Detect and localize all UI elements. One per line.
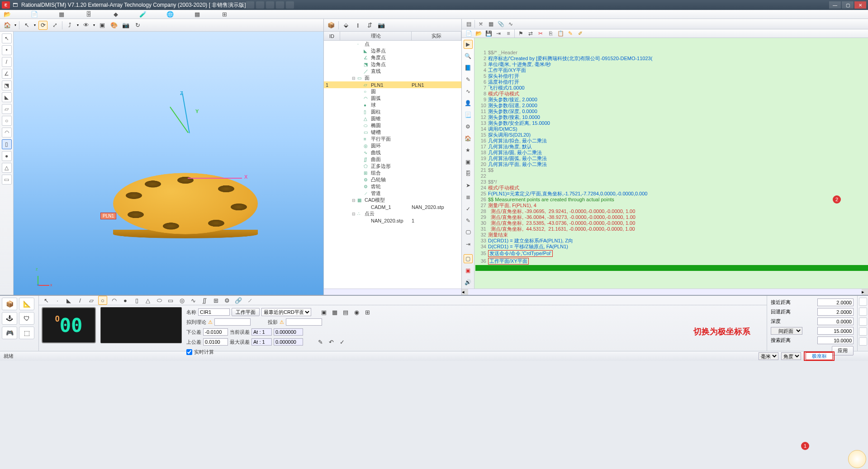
angle-tool-icon[interactable]: 📐 [19, 298, 34, 310]
tree-row[interactable]: ／直线 [324, 68, 461, 75]
db2-icon[interactable]: 🗄 [464, 169, 473, 178]
slot-icon[interactable]: ▭ [166, 296, 175, 305]
realtime-checkbox[interactable] [186, 349, 192, 355]
cube3-icon[interactable]: ▦ [487, 20, 495, 28]
db-icon[interactable]: 🗄 [85, 11, 92, 18]
step-icon[interactable]: ⇥ [464, 240, 473, 249]
cone-icon[interactable]: △ [143, 296, 152, 305]
tool-line-icon[interactable]: / [2, 57, 12, 67]
open2-icon[interactable]: 📂 [474, 29, 483, 38]
new-icon[interactable]: 📄 [465, 29, 473, 38]
tool-angle-icon[interactable]: ∠ [2, 69, 12, 79]
gear2-icon[interactable]: ⚙ [223, 296, 232, 305]
unit-length-select[interactable]: 毫米 [759, 352, 778, 360]
titlebar-icon[interactable] [266, 1, 274, 9]
unit-angle-select[interactable]: 角度 [781, 352, 801, 360]
tool-cursor-icon[interactable]: ↖ [2, 33, 12, 43]
check-icon[interactable]: ✓ [464, 204, 473, 213]
tree-row[interactable]: ⬭椭圆 [324, 122, 461, 129]
ln-icon[interactable]: / [76, 296, 85, 305]
cursor-icon[interactable]: ↖ [22, 21, 31, 30]
tool-plane-icon[interactable]: ▱ [2, 104, 12, 114]
edit-icon[interactable]: ✎ [464, 75, 473, 84]
lower-tol-input[interactable] [203, 328, 228, 336]
tree-row[interactable]: CADM_1NAN_2020.stp [324, 204, 461, 210]
grid-icon[interactable]: ▦ [58, 11, 65, 18]
open-icon[interactable]: 📂 [4, 11, 11, 18]
ring-icon[interactable]: ◎ [177, 296, 186, 305]
pl-icon[interactable]: ▱ [87, 296, 96, 305]
person-icon[interactable]: 👤 [464, 99, 473, 108]
probe-box-icon[interactable]: 📦 [2, 298, 17, 310]
shape-icon[interactable]: ◆ [112, 11, 119, 18]
edit2-icon[interactable]: ✎ [464, 216, 473, 225]
tool-circle-icon[interactable]: ○ [2, 116, 12, 126]
tree-row[interactable]: ⬔边角点 [324, 61, 461, 68]
col-theory[interactable]: 理论 [340, 32, 412, 40]
coord-type-input[interactable] [806, 352, 833, 360]
cut-icon[interactable]: ✂ [536, 29, 545, 38]
probe-icon[interactable]: 🧪 [139, 11, 147, 18]
feature-icon[interactable]: ⬙ [342, 21, 351, 30]
tree-row[interactable]: ∿曲线 [324, 149, 461, 156]
copy-icon[interactable]: ⎘ [546, 29, 555, 38]
mascot-icon[interactable] [848, 450, 866, 468]
screen-icon[interactable]: 🖵 [464, 228, 473, 237]
circ-icon[interactable]: ○ [98, 296, 107, 305]
sph-icon[interactable]: ● [121, 296, 130, 305]
star-icon[interactable]: ★ [464, 146, 473, 155]
filter-icon[interactable]: ⫿ [353, 21, 362, 30]
tree-row[interactable]: ▭键槽 [324, 129, 461, 136]
close-button[interactable]: ✕ [854, 1, 866, 9]
tree-row[interactable]: ⟋管道 [324, 190, 461, 197]
tree-row[interactable]: ◠圆弧 [324, 95, 461, 102]
vol-icon[interactable]: 🔊 [464, 278, 473, 287]
titlebar-icon[interactable] [286, 1, 294, 9]
sq-icon[interactable]: ▢ [464, 254, 473, 263]
home2-icon[interactable]: 🏠 [464, 134, 473, 143]
tool-corner-icon[interactable]: ⬔ [2, 81, 12, 90]
palette-icon[interactable]: 🎨 [109, 21, 119, 30]
tree-body[interactable]: ·点◣边界点∠角度点⬔边角点／直线⊟▭面1▱PLN1PLN1○圆◠圆弧●球▯圆柱… [324, 41, 461, 289]
tree-hscroll[interactable] [324, 289, 461, 295]
paste-icon[interactable]: 📋 [556, 29, 564, 38]
undo-icon[interactable]: ↶ [327, 337, 336, 346]
cube-icon[interactable]: ▩ [194, 11, 201, 18]
rotate-icon[interactable]: ⟳ [38, 21, 47, 30]
ok-icon[interactable]: ✓ [337, 337, 346, 346]
opt1-icon[interactable]: ▣ [319, 308, 328, 317]
tree-row[interactable]: ○圆 [324, 88, 461, 95]
fr-icon[interactable] [859, 327, 867, 336]
tree-row[interactable]: ⬠正多边形 [324, 163, 461, 170]
maximize-button[interactable]: ▢ [842, 1, 854, 9]
upper-tol-input[interactable] [203, 338, 228, 346]
tool-arc-icon[interactable]: ◠ [2, 128, 12, 137]
link-icon[interactable]: 🔗 [234, 296, 243, 305]
tree-row[interactable]: ◣边界点 [324, 47, 461, 54]
tool-point-icon[interactable]: • [2, 45, 12, 55]
zoom-fit-icon[interactable]: ⤢ [50, 21, 59, 30]
code-editor[interactable]: 1$$/* _Header2程序标志/'Created by [爱科腾瑞科技(北… [474, 38, 868, 289]
joystick-icon[interactable]: 🕹 [2, 312, 17, 325]
run-icon[interactable]: ▶ [464, 40, 473, 49]
doc-icon[interactable]: 📄 [31, 11, 38, 18]
tree-row[interactable]: ●球 [324, 102, 461, 109]
gap-input[interactable] [817, 327, 854, 335]
box2-icon[interactable]: ▣ [464, 157, 473, 166]
sort-icon[interactable]: ⇵ [365, 21, 374, 30]
approach-input[interactable] [817, 298, 854, 306]
crv-icon[interactable]: ∿ [189, 296, 198, 305]
clip-icon[interactable]: 📎 [497, 20, 505, 28]
gear-icon[interactable]: ⚙ [464, 122, 473, 131]
opt2-icon[interactable]: ▦ [330, 308, 339, 317]
col-actual[interactable]: 实际 [412, 32, 461, 40]
titlebar-icon[interactable] [276, 1, 284, 9]
opt4-icon[interactable]: ◉ [352, 308, 361, 317]
home-icon[interactable]: 🏠 [3, 21, 12, 30]
titlebar-icon[interactable] [246, 1, 254, 9]
cam-icon[interactable]: 📷 [377, 21, 386, 30]
proj-input[interactable] [286, 318, 322, 326]
tree-row[interactable]: ∬曲面 [324, 156, 461, 163]
pen2-icon[interactable]: ✎ [316, 337, 325, 346]
cmm-icon[interactable]: ⬚ [19, 327, 34, 339]
